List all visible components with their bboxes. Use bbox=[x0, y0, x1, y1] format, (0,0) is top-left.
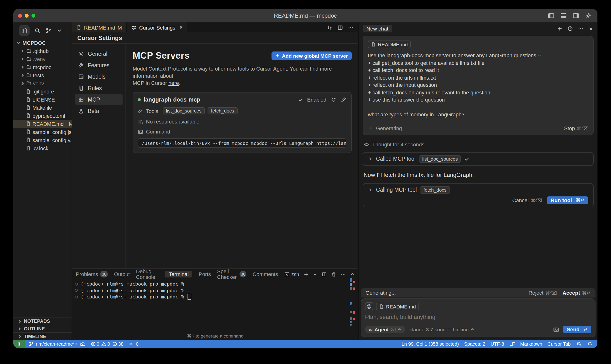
tree-folder[interactable]: .venv bbox=[13, 55, 72, 63]
tree-file[interactable]: sample_config.js... bbox=[13, 128, 72, 136]
terminal-dropdown-chevron-icon[interactable] bbox=[313, 272, 317, 276]
new-chat-plus-icon[interactable] bbox=[557, 26, 563, 31]
problems-status[interactable]: 0 0 38 bbox=[90, 341, 123, 347]
tree-file[interactable]: pyproject.toml bbox=[13, 112, 72, 120]
terminal-output[interactable]: (mcpdoc) rlm@rs-macbook-pro mcpdoc % (mc… bbox=[72, 279, 358, 300]
close-chat-icon[interactable] bbox=[588, 26, 594, 31]
tree-file[interactable]: LICENSE bbox=[13, 95, 72, 104]
outline-section[interactable]: OUTLINE bbox=[13, 325, 72, 332]
toggle-right-panel-icon[interactable] bbox=[573, 13, 579, 19]
kill-terminal-icon[interactable] bbox=[331, 272, 336, 277]
close-tab-icon[interactable] bbox=[179, 25, 183, 30]
ports-status[interactable]: 0 bbox=[129, 341, 139, 347]
more-actions-icon[interactable] bbox=[341, 272, 346, 277]
tree-folder[interactable]: venv bbox=[13, 79, 72, 87]
settings-nav-models[interactable]: Models bbox=[75, 71, 123, 82]
eol-status[interactable]: LF bbox=[509, 341, 515, 347]
split-terminal-icon[interactable] bbox=[322, 272, 327, 277]
more-actions-icon[interactable] bbox=[348, 25, 353, 30]
panel-tab-debug-console[interactable]: Debug Console bbox=[136, 268, 159, 280]
open-changes-icon[interactable] bbox=[327, 25, 333, 30]
warning-icon bbox=[101, 341, 106, 347]
bell-icon[interactable] bbox=[587, 341, 593, 347]
cursor-tab-status[interactable]: Cursor Tab bbox=[547, 341, 571, 347]
panel-tab-terminal[interactable]: Terminal bbox=[165, 271, 192, 277]
tool-chip[interactable]: list_doc_sources bbox=[163, 107, 205, 114]
search-icon[interactable] bbox=[34, 27, 41, 34]
mention-button[interactable]: @ bbox=[365, 302, 373, 310]
explorer-icon[interactable] bbox=[19, 25, 30, 36]
indentation-status[interactable]: Spaces: 2 bbox=[464, 341, 485, 347]
calling-mcp-tool-card: Calling MCP tool fetch_docs Cancel⌘⌫ Run… bbox=[363, 183, 594, 207]
settings-nav-general[interactable]: General bbox=[75, 48, 123, 59]
shell-label[interactable]: zsh bbox=[284, 271, 299, 277]
settings-nav-features[interactable]: Features bbox=[75, 60, 123, 71]
chat-history-icon[interactable] bbox=[567, 26, 573, 31]
cursor-position-status[interactable]: Ln 99, Col 1 (358 selected) bbox=[402, 341, 459, 347]
settings-nav-mcp[interactable]: MCP bbox=[75, 94, 123, 105]
composer-input[interactable]: Plan, search, build anything bbox=[365, 314, 591, 320]
spell-checker-count-badge: 38 bbox=[240, 271, 246, 277]
tree-root[interactable]: MCPDOC bbox=[13, 39, 72, 47]
maximize-panel-chevron-icon[interactable] bbox=[350, 272, 354, 276]
send-button[interactable]: Send↵ bbox=[563, 326, 591, 333]
chevron-right-icon bbox=[368, 187, 373, 192]
tool-chip[interactable]: fetch_docs bbox=[208, 107, 237, 114]
model-selector[interactable]: claude-3.7-sonnet-thinking bbox=[410, 326, 475, 332]
more-views-chevron-icon[interactable] bbox=[56, 28, 62, 33]
context-file-chip[interactable]: README.md bbox=[376, 302, 419, 310]
chat-tab[interactable]: New chat bbox=[363, 25, 392, 32]
tree-folder[interactable]: tests bbox=[13, 71, 72, 79]
notepads-section[interactable]: NOTEPADS bbox=[13, 317, 72, 325]
panel-tab-problems[interactable]: Problems38 bbox=[76, 271, 108, 277]
panel-tab-spell-checker[interactable]: Spell Checker38 bbox=[217, 268, 246, 280]
bell-slash-icon[interactable] bbox=[576, 341, 582, 347]
mcp-docs-link[interactable]: here bbox=[168, 80, 179, 86]
panel-tab-comments[interactable]: Comments bbox=[253, 271, 278, 277]
new-terminal-icon[interactable] bbox=[303, 272, 309, 277]
reject-button[interactable]: Reject⌘⌫ bbox=[529, 290, 557, 296]
more-actions-icon[interactable] bbox=[578, 26, 584, 31]
split-editor-icon[interactable] bbox=[337, 25, 343, 30]
timeline-section[interactable]: TIMELINE bbox=[13, 332, 72, 340]
toggle-bottom-panel-icon[interactable] bbox=[560, 13, 567, 19]
stop-button[interactable]: Stop⌘⌫ bbox=[564, 125, 588, 131]
settings-nav-beta[interactable]: Beta bbox=[75, 105, 123, 116]
settings-nav-rules[interactable]: Rules bbox=[75, 82, 123, 93]
tree-file[interactable]: Makefile bbox=[13, 104, 72, 112]
git-branch-status[interactable]: rlm/clean-readme*+ bbox=[29, 341, 85, 347]
chevron-right-icon bbox=[368, 156, 373, 161]
thought-row[interactable]: Thought for 4 seconds bbox=[364, 141, 593, 147]
tab-readme[interactable]: README.md M bbox=[72, 22, 127, 32]
add-mcp-server-button[interactable]: Add new global MCP server bbox=[272, 52, 352, 60]
tree-file[interactable]: uv.lock bbox=[13, 144, 72, 152]
toggle-left-panel-icon[interactable] bbox=[548, 13, 555, 19]
source-control-icon[interactable] bbox=[45, 27, 52, 34]
called-mcp-tool-card[interactable]: Called MCP tool list_doc_sources bbox=[363, 152, 594, 166]
settings-gear-icon[interactable] bbox=[585, 13, 592, 19]
accept-button[interactable]: Accept⌘↵ bbox=[563, 290, 591, 296]
refresh-icon[interactable] bbox=[331, 97, 336, 103]
tree-file[interactable]: sample_config.y... bbox=[13, 136, 72, 144]
run-tool-button[interactable]: Run tool⌘↵ bbox=[547, 196, 588, 204]
tree-folder[interactable]: .github bbox=[13, 47, 72, 55]
mode-selector[interactable]: ∞ Agent ⌘I bbox=[365, 326, 405, 333]
attached-file-chip[interactable]: README.md bbox=[368, 40, 411, 48]
server-command[interactable]: /Users/rlm/.local/bin/uvx --from mcpdoc … bbox=[138, 138, 346, 148]
tree-file-selected[interactable]: README.md M bbox=[13, 120, 72, 128]
language-mode-status[interactable]: Markdown bbox=[520, 341, 542, 347]
edit-pencil-icon[interactable] bbox=[341, 97, 346, 103]
chevron-up-icon bbox=[398, 327, 402, 331]
enabled-toggle[interactable]: Enabled bbox=[307, 97, 326, 103]
panel-tab-ports[interactable]: Ports bbox=[199, 271, 211, 277]
cancel-tool-button[interactable]: Cancel⌘⌫ bbox=[512, 197, 542, 203]
chat-header: New chat bbox=[359, 22, 597, 33]
encoding-status[interactable]: UTF-8 bbox=[490, 341, 504, 347]
image-attach-icon[interactable] bbox=[553, 326, 559, 333]
tree-file[interactable]: .gitignore bbox=[13, 87, 72, 95]
panel-tab-output[interactable]: Output bbox=[114, 271, 130, 277]
calling-mcp-tool-header[interactable]: Calling MCP tool fetch_docs bbox=[368, 186, 588, 193]
tree-folder[interactable]: mcpdoc bbox=[13, 63, 72, 71]
tab-cursor-settings[interactable]: Cursor Settings bbox=[127, 22, 188, 32]
remote-indicator[interactable] bbox=[13, 340, 25, 348]
